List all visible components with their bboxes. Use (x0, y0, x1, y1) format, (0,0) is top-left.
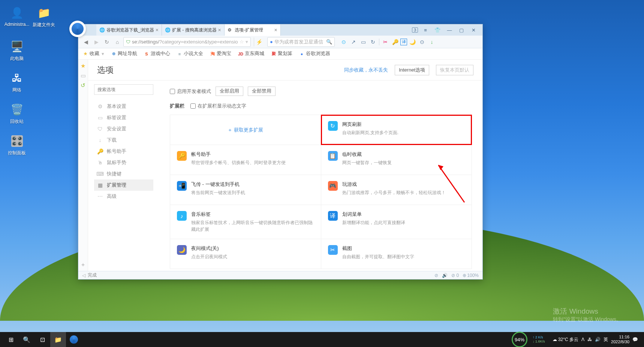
tray-chevron-icon[interactable]: ᐱ (581, 337, 584, 342)
zoom-status[interactable]: ⊕ 100% (463, 273, 479, 278)
block-status-icon[interactable]: ⊘ 0 (451, 273, 459, 278)
start-button[interactable]: ⊞ (3, 332, 19, 347)
bookmark-label: 网址导航 (118, 51, 137, 57)
address-bar[interactable]: 🛡 se://settings/?category=extension&type… (123, 37, 251, 47)
sidebar-item[interactable]: ⚙基本设置 (94, 101, 153, 112)
file-explorer-button[interactable]: 📁 (50, 332, 66, 347)
sidebar-item[interactable]: ⌨快捷键 (94, 168, 153, 179)
extension-item[interactable]: 译划词菜单新增翻译功能，点此可直接翻译 (321, 205, 472, 239)
upload-icon[interactable]: ↗ (349, 37, 358, 46)
moon-icon[interactable]: 🌙 (408, 37, 417, 46)
desktop-icon[interactable]: 🎛️控制面板 (4, 133, 30, 156)
browser-tab[interactable]: ⚙选项-扩展管理× (225, 24, 281, 36)
extension-title: 夜间模式(关) (191, 245, 227, 252)
bookmark-item[interactable]: 淘爱淘宝 (210, 51, 231, 57)
disable-all-button[interactable]: 全部禁用 (248, 87, 276, 96)
extension-item[interactable]: ↻网页刷新自动刷新网页,支持多个页面. (321, 115, 472, 145)
sidebar-item[interactable]: ⋯高级 (94, 191, 153, 202)
lightning-icon[interactable]: ⚡ (254, 37, 263, 46)
battery-widget[interactable]: 94% (512, 332, 527, 347)
extension-item[interactable]: 🌙夜间模式(关)点击开启夜间模式 (170, 239, 321, 269)
enable-all-button[interactable]: 全部启用 (216, 87, 243, 96)
key-icon[interactable]: 🔑 (391, 37, 400, 46)
prev-page-icon[interactable]: ◁ (82, 273, 85, 278)
sound-status-icon[interactable]: 🔊 (442, 273, 448, 278)
tab-count-badge[interactable]: 3 (412, 27, 418, 33)
minimize-button[interactable]: — (445, 26, 454, 34)
browser-tab[interactable]: 🌐谷歌浏览器下载_浏览器× (96, 24, 162, 36)
sidebar-item[interactable]: ▦扩展管理 (94, 179, 153, 191)
bookmark-item[interactable]: JD京东商城 (238, 51, 264, 57)
extension-item[interactable]: 🔑帐号助手帮您管理多个帐号、切换帐号、同时登录更方便 (170, 145, 321, 175)
bookmark-item[interactable]: ●谷歌浏览器 (299, 51, 330, 57)
extension-icon: 🌙 (177, 245, 187, 255)
extension-item[interactable]: ♪音乐标签独家音乐标签技术，上网听音乐一键切换随意听作者已强制隐藏此扩展 (170, 205, 321, 239)
compass-icon[interactable]: ⊙ (339, 37, 348, 46)
back-button[interactable]: ◀ (81, 37, 90, 46)
notifications-icon[interactable]: 💬 (632, 337, 638, 342)
tab-close-icon[interactable]: × (218, 27, 221, 33)
sidebar-item[interactable]: ↓下载 (94, 135, 153, 146)
search-box[interactable]: ● 华为或将首发卫星通信 🔍 (267, 37, 335, 47)
menu-icon[interactable]: ≡ (421, 26, 430, 34)
task-view-button[interactable]: ⊡ (34, 332, 50, 347)
desktop-icon[interactable]: 📁新建文件夹 (31, 5, 57, 28)
taskbar-clock[interactable]: 11:16 2022/8/30 (611, 335, 629, 344)
forward-button[interactable]: ▶ (92, 37, 101, 46)
refresh-icon[interactable]: ↻ (368, 37, 377, 46)
sogou-browser-taskbar-button[interactable] (66, 332, 82, 347)
dynamic-text-checkbox[interactable]: 在扩展栏显示动态文字 (190, 103, 246, 109)
settings-sidebar: ⚙基本设置▭标签设置🛡安全设置↓下载🔑帐号助手🖱鼠标手势⌨快捷键▦扩展管理⋯高级 (88, 81, 159, 271)
add-tab-icon[interactable]: ＋ (79, 260, 87, 269)
sidebar-item[interactable]: ▭标签设置 (94, 112, 153, 123)
maximize-button[interactable]: ▢ (457, 26, 466, 34)
more-icon[interactable]: ⊙ (418, 37, 427, 46)
desktop-icon[interactable]: 🖥️此电脑 (4, 39, 30, 62)
close-button[interactable]: ✕ (469, 26, 478, 34)
desktop-icon[interactable]: 🗑️回收站 (4, 102, 30, 125)
sync-link[interactable]: 同步收藏，永不丢失 (344, 67, 388, 73)
volume-tray-icon[interactable]: 🔊 (595, 337, 601, 342)
dev-mode-checkbox[interactable]: 启用开发者模式 (170, 88, 211, 95)
internet-options-button[interactable]: Internet选项 (395, 65, 429, 75)
translate-icon[interactable]: 译 (400, 39, 407, 45)
bookmark-item[interactable]: S游戏中心 (144, 51, 170, 57)
reload-button[interactable]: ↻ (102, 37, 111, 46)
network-tray-icon[interactable]: 🖧 (587, 337, 592, 342)
search-icon[interactable]: 🔍 (326, 39, 332, 45)
browser-tab[interactable]: 🌐扩展 - 搜狗高速浏览器× (162, 24, 225, 36)
download-icon[interactable]: ↓ (427, 37, 436, 46)
sidebar-item[interactable]: 🛡安全设置 (94, 123, 153, 135)
sidebar-item[interactable]: 🖱鼠标手势 (94, 157, 153, 168)
search-taskbar-button[interactable]: 🔍 (19, 332, 34, 347)
shield-status-icon[interactable]: ⊘ (434, 273, 438, 278)
scissors-icon[interactable]: ✂ (381, 37, 390, 46)
bookmark-star-icon[interactable]: ☆ (240, 39, 244, 45)
dropdown-icon[interactable]: ▾ (246, 39, 248, 45)
screen-tab-icon[interactable]: ▭ (79, 72, 87, 80)
restore-defaults-button[interactable]: 恢复本页默认 (436, 65, 473, 75)
tab-close-icon[interactable]: × (156, 27, 159, 33)
tab-close-icon[interactable]: × (274, 27, 277, 33)
skin-icon[interactable]: 👕 (433, 26, 442, 34)
ime-indicator[interactable]: 英 (604, 337, 608, 343)
star-tab-icon[interactable]: ★ (79, 62, 87, 70)
bookmark-item[interactable]: ≡小说大全 (177, 51, 203, 57)
home-button[interactable]: ⌂ (113, 37, 122, 46)
desktop-icon[interactable]: 👤Administra... (4, 5, 30, 27)
bookmark-item[interactable]: 聚聚划算 (271, 51, 292, 57)
weather-widget[interactable]: ☁ 32°C 多云 (553, 337, 579, 343)
bookmark-label: 小说大全 (184, 51, 203, 57)
history-tab-icon[interactable]: ↺ (79, 81, 87, 90)
bookmark-item[interactable]: ★收藏▾ (83, 51, 104, 57)
extension-item[interactable]: ✂截图自由截图，并可提取、翻译图中文字 (321, 239, 472, 269)
settings-search-input[interactable] (94, 84, 153, 95)
extension-item[interactable]: 📋临时收藏网页一键暂存，一键恢复 (321, 145, 472, 175)
bookmark-item[interactable]: ⊕网址导航 (111, 51, 137, 57)
desktop-icon[interactable]: 🖧网络 (4, 70, 30, 93)
bookmark-icon[interactable]: ▭ (359, 37, 368, 46)
sidebar-item[interactable]: 🔑帐号助手 (94, 146, 153, 157)
get-more-extensions[interactable]: ＋ 获取更多扩展 (170, 115, 321, 145)
extension-item[interactable]: 🎮玩游戏热门游戏推荐，小号多开，顺畅不卡，轻松玩游戏！ (321, 175, 472, 205)
extension-item[interactable]: 📲飞传 - 一键发送到手机将当前网页一键发送到手机 (170, 175, 321, 205)
